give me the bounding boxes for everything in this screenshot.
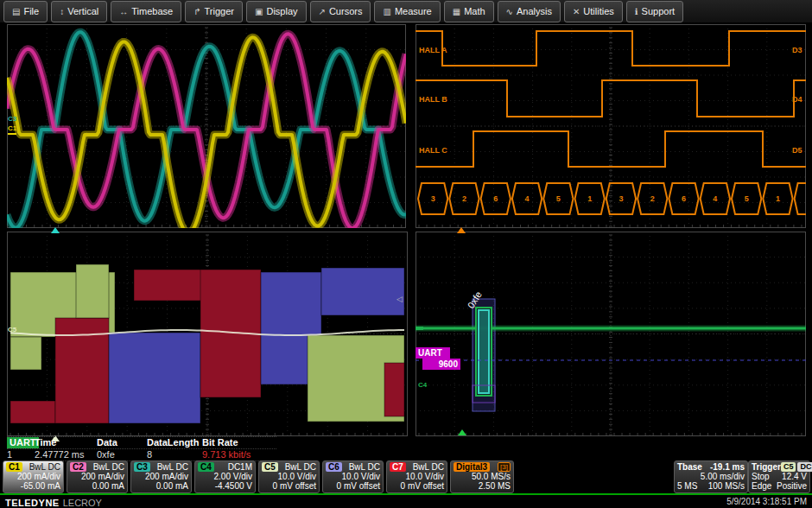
c7-badge: C7 — [390, 462, 406, 472]
label-D4: D4 — [792, 95, 802, 104]
menu-timebase[interactable]: ↔Timebase — [111, 1, 181, 22]
menu-support[interactable]: ℹSupport — [626, 1, 683, 22]
c7-coupling: BwL DC — [413, 462, 444, 472]
bus-segment — [795, 183, 806, 214]
c5-badge: C5 — [262, 462, 278, 472]
descriptor-digital3[interactable]: Digital3[3] 50.0 MS/s 2.50 MS — [450, 460, 514, 493]
c1-coupling: BwL DC — [29, 462, 60, 472]
menu-math[interactable]: ▦Math — [444, 1, 494, 22]
descriptor-c1[interactable]: C1BwL DC 200 mA/div -65.00 mA — [3, 460, 64, 493]
brand-logo: TELEDYNELECROY — [5, 494, 102, 508]
menu-display-label: Display — [266, 6, 297, 16]
bus-value: 4 — [525, 194, 530, 203]
menu-timebase-label: Timebase — [131, 6, 173, 16]
c2-badge: C2 — [70, 462, 86, 472]
datetime: 5/9/2014 3:18:51 PM — [726, 497, 807, 506]
c3-coupling: BwL DC — [157, 462, 188, 472]
tbase-rate: 100 MS/s — [708, 481, 745, 491]
oscilloscope-app: ▤File ↕Vertical ↔Timebase ↱Trigger ▣Disp… — [0, 0, 812, 508]
descriptor-c4[interactable]: C4DC1M 2.00 V/div -4.4500 V — [194, 460, 256, 493]
c4-position-marker[interactable]: C4 — [418, 382, 427, 389]
bus-value: 4 — [713, 194, 717, 203]
pwm-block-blue — [321, 268, 404, 315]
c1-scale: 200 mA/div — [17, 472, 60, 481]
bus-value: 5 — [556, 194, 561, 203]
menu-vertical[interactable]: ↕Vertical — [51, 1, 107, 22]
bus-value: 1 — [776, 194, 780, 203]
label-HALL-B: HALL B — [419, 95, 447, 104]
c6-offset: 0 mV offset — [337, 481, 380, 491]
digital-panel[interactable]: HALL AD3HALL BD4HALL CD5326451326451 — [416, 24, 806, 228]
menu-file[interactable]: ▤File — [3, 1, 48, 22]
pwm-block-olive — [10, 337, 41, 370]
uart-table-header: UART Time Data DataLength Bit Rate — [7, 437, 276, 449]
descriptor-tbase[interactable]: Tbase-19.1 ms 5.00 ms/div 5 MS100 MS/s — [674, 460, 748, 493]
menu-display[interactable]: ▣Display — [246, 1, 307, 22]
brand-teledyne: TELEDYNE — [5, 498, 60, 508]
menu-measure[interactable]: ▥Measure — [374, 1, 440, 22]
bus-value: 2 — [462, 194, 466, 203]
c6-scale: 10.0 V/div — [342, 472, 380, 481]
trigger-time-marker-digital[interactable] — [457, 227, 466, 233]
digital-traces: HALL AD3HALL BD4HALL CD5326451326451 — [416, 24, 806, 228]
menu-cursors[interactable]: ↗Cursors — [310, 1, 371, 22]
trigger-time-marker-serial[interactable] — [458, 429, 466, 435]
menu-utilities[interactable]: ✕Utilities — [564, 1, 623, 22]
descriptor-c3[interactable]: C3BwL DC 200 mA/div 0.00 mA — [130, 460, 192, 493]
menu-measure-label: Measure — [395, 6, 432, 16]
cursor-level-marker[interactable]: ◁ — [396, 295, 403, 303]
trigger-mode: Stop — [752, 472, 770, 481]
c1-position-marker[interactable]: C1 — [8, 125, 16, 135]
descriptor-c5[interactable]: C5BwL DC 10.0 V/div 0 mV offset — [258, 460, 320, 493]
info-icon: ℹ — [635, 7, 638, 16]
trigger-label: Trigger — [752, 462, 781, 472]
label-D3: D3 — [792, 46, 802, 54]
uart-result-table[interactable]: UART Time Data DataLength Bit Rate 1 2.4… — [7, 436, 276, 461]
bus-value: 3 — [619, 194, 623, 203]
menu-trigger-label: Trigger — [205, 6, 234, 16]
bus-value: 5 — [745, 194, 749, 203]
menu-file-label: File — [23, 6, 39, 16]
pwm-block-red — [384, 363, 404, 416]
pwm-block-olive — [76, 264, 109, 318]
menu-trigger[interactable]: ↱Trigger — [185, 1, 243, 22]
c2-scale: 200 mA/div — [81, 472, 124, 481]
uart-baud-badge[interactable]: 9600 — [422, 359, 460, 370]
serial-panel[interactable] — [416, 232, 806, 436]
c4-offset: -4.4500 V — [215, 481, 252, 491]
analog-panel[interactable] — [7, 24, 406, 228]
label-HALL-C: HALL C — [419, 146, 447, 155]
descriptor-trigger[interactable]: TriggerC5DC Stop12.4 V EdgePositive — [748, 460, 810, 493]
col-time: Time — [35, 437, 97, 448]
file-icon: ▤ — [12, 7, 20, 16]
menu-analysis[interactable]: ∿Analysis — [498, 1, 561, 22]
c1-offset: -65.00 mA — [21, 481, 60, 491]
menu-vertical-label: Vertical — [67, 6, 98, 16]
menu-support-label: Support — [642, 6, 676, 16]
c5-coupling: BwL DC — [285, 462, 316, 472]
c3-badge: C3 — [134, 462, 150, 472]
descriptor-c2[interactable]: C2BwL DC 200 mA/div 0.00 mA — [67, 460, 128, 493]
menu-utilities-label: Utilities — [583, 6, 613, 16]
c3-position-marker[interactable]: C3 — [8, 116, 16, 123]
trigger-time-marker-analog[interactable] — [51, 227, 60, 233]
analog-waveforms — [7, 24, 406, 228]
display-icon: ▣ — [255, 7, 263, 16]
c5-position-marker[interactable]: C5 — [8, 327, 16, 333]
descriptor-c6[interactable]: C6BwL DC 10.0 V/div 0 mV offset — [322, 460, 384, 493]
uart-decoder-badge[interactable]: UART — [416, 347, 450, 359]
menu-math-label: Math — [464, 6, 485, 16]
col-bitrate: Bit Rate — [202, 437, 276, 448]
c7-offset: 0 mV offset — [401, 481, 444, 491]
tools-icon: ✕ — [573, 7, 580, 16]
pwm-block-red — [134, 270, 208, 301]
tbase-label: Tbase — [677, 462, 702, 472]
digital3-rate: 50.0 MS/s — [472, 472, 511, 481]
descriptor-c7[interactable]: C7BwL DC 10.0 V/div 0 mV offset — [386, 460, 447, 493]
pwm-panel[interactable] — [7, 232, 408, 436]
menu-cursors-label: Cursors — [329, 6, 363, 16]
c4-coupling: DC1M — [228, 462, 252, 472]
trigger-edge-icon: ↱ — [193, 7, 200, 16]
calculator-icon: ▦ — [453, 7, 460, 16]
ruler-icon: ▥ — [383, 7, 390, 16]
